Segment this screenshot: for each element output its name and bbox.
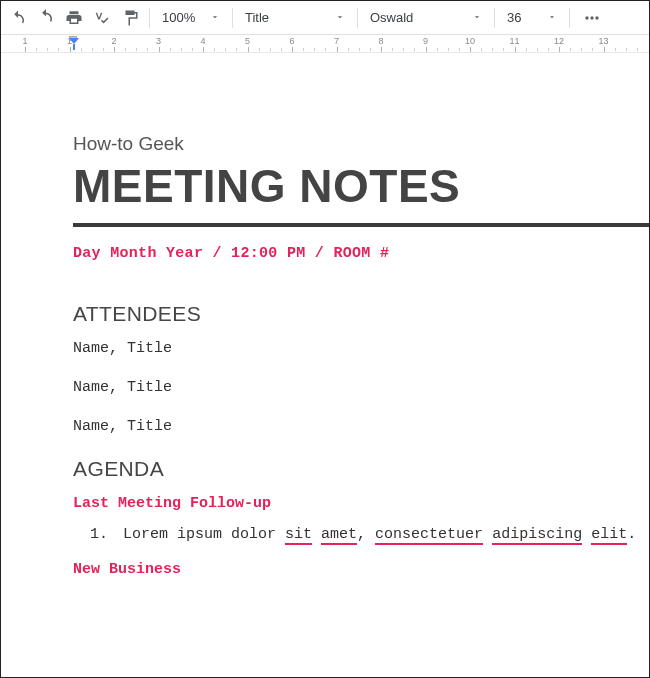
- redo-button[interactable]: [33, 5, 59, 31]
- meeting-meta-line[interactable]: Day Month Year / 12:00 PM / ROOM #: [73, 245, 649, 262]
- ruler-minor-tick: [459, 48, 460, 51]
- ruler-minor-tick: [503, 48, 504, 51]
- svg-point-2: [595, 16, 598, 19]
- ruler-minor-tick: [637, 48, 638, 51]
- chevron-down-icon: [335, 10, 345, 25]
- misspelled-word[interactable]: elit: [591, 526, 627, 545]
- zoom-value: 100%: [162, 10, 195, 25]
- misspelled-word[interactable]: adipiscing: [492, 526, 582, 545]
- ruler-minor-tick: [370, 48, 371, 51]
- ruler-minor-tick: [303, 48, 304, 51]
- agenda-subheading-last-meeting[interactable]: Last Meeting Follow-up: [73, 495, 649, 512]
- ruler-minor-tick: [214, 48, 215, 51]
- ruler-minor-tick: [626, 48, 627, 51]
- attendee-line[interactable]: Name, Title: [73, 340, 649, 357]
- ruler-minor-tick: [136, 48, 137, 51]
- ruler-minor-tick: [537, 48, 538, 51]
- misspelled-word[interactable]: amet: [321, 526, 357, 545]
- ruler-minor-tick: [570, 48, 571, 51]
- more-button[interactable]: [576, 5, 608, 31]
- agenda-list-item[interactable]: Lorem ipsum dolor sit amet, consectetuer…: [117, 526, 649, 543]
- undo-button[interactable]: [5, 5, 31, 31]
- ruler-tick: 11: [509, 35, 521, 46]
- text-run: .: [627, 526, 636, 543]
- ruler-minor-tick: [192, 48, 193, 51]
- text-run: [582, 526, 591, 543]
- agenda-list[interactable]: Lorem ipsum dolor sit amet, consectetuer…: [73, 526, 649, 543]
- font-size-value: 36: [507, 10, 521, 25]
- ruler-minor-tick: [392, 48, 393, 51]
- ruler-minor-tick: [270, 48, 271, 51]
- text-run: Lorem ipsum dolor: [123, 526, 285, 543]
- ruler-minor-tick: [314, 48, 315, 51]
- ruler-minor-tick: [281, 48, 282, 51]
- ruler-minor-tick: [548, 48, 549, 51]
- ruler-minor-tick: [225, 48, 226, 51]
- ruler-tick: 5: [242, 35, 254, 46]
- document-body[interactable]: How-to Geek MEETING NOTES Day Month Year…: [1, 53, 649, 578]
- ruler-tick: 4: [197, 35, 209, 46]
- chevron-down-icon: [210, 10, 220, 25]
- left-indent-marker[interactable]: [69, 38, 79, 50]
- ruler-minor-tick: [492, 48, 493, 51]
- font-size-select[interactable]: 36: [501, 5, 563, 31]
- attendee-line[interactable]: Name, Title: [73, 418, 649, 435]
- ruler-minor-tick: [359, 48, 360, 51]
- ruler-tick: 10: [464, 35, 476, 46]
- agenda-heading[interactable]: AGENDA: [73, 457, 649, 481]
- paint-format-button[interactable]: [117, 5, 143, 31]
- ruler-tick: 6: [286, 35, 298, 46]
- attendee-line[interactable]: Name, Title: [73, 379, 649, 396]
- ruler-minor-tick: [437, 48, 438, 51]
- text-run: [312, 526, 321, 543]
- misspelled-word[interactable]: sit: [285, 526, 312, 545]
- separator: [357, 8, 358, 28]
- text-run: [483, 526, 492, 543]
- horizontal-rule: [73, 223, 649, 227]
- chevron-down-icon: [472, 10, 482, 25]
- ruler-minor-tick: [403, 48, 404, 51]
- ruler-minor-tick: [170, 48, 171, 51]
- horizontal-ruler[interactable]: 112345678910111213: [1, 35, 649, 53]
- attendees-heading[interactable]: ATTENDEES: [73, 302, 649, 326]
- ruler-tick: 12: [553, 35, 565, 46]
- subtitle-text[interactable]: How-to Geek: [73, 133, 649, 155]
- print-button[interactable]: [61, 5, 87, 31]
- misspelled-word[interactable]: consectetuer: [375, 526, 483, 545]
- ruler-minor-tick: [414, 48, 415, 51]
- ruler-tick: 8: [375, 35, 387, 46]
- ruler-minor-tick: [348, 48, 349, 51]
- ruler-tick: 2: [108, 35, 120, 46]
- paragraph-style-value: Title: [245, 10, 269, 25]
- ruler-minor-tick: [526, 48, 527, 51]
- font-family-select[interactable]: Oswald: [364, 5, 488, 31]
- paragraph-style-select[interactable]: Title: [239, 5, 351, 31]
- svg-point-0: [585, 16, 588, 19]
- ruler-minor-tick: [58, 48, 59, 51]
- ruler-minor-tick: [481, 48, 482, 51]
- spellcheck-button[interactable]: [89, 5, 115, 31]
- ruler-minor-tick: [47, 48, 48, 51]
- separator: [494, 8, 495, 28]
- zoom-select[interactable]: 100%: [156, 5, 226, 31]
- svg-point-1: [590, 16, 593, 19]
- ruler-minor-tick: [36, 48, 37, 51]
- ruler-minor-tick: [615, 48, 616, 51]
- ruler-tick: 7: [331, 35, 343, 46]
- ruler-minor-tick: [81, 48, 82, 51]
- separator: [569, 8, 570, 28]
- ruler-tick: 13: [598, 35, 610, 46]
- separator: [232, 8, 233, 28]
- ruler-minor-tick: [103, 48, 104, 51]
- agenda-subheading-new-business[interactable]: New Business: [73, 561, 649, 578]
- ruler-minor-tick: [125, 48, 126, 51]
- ruler-minor-tick: [448, 48, 449, 51]
- ruler-minor-tick: [259, 48, 260, 51]
- document-page[interactable]: How-to Geek MEETING NOTES Day Month Year…: [1, 53, 649, 677]
- text-run: ,: [357, 526, 375, 543]
- ruler-tick: 1: [19, 35, 31, 46]
- title-text[interactable]: MEETING NOTES: [73, 159, 649, 213]
- ruler-minor-tick: [92, 48, 93, 51]
- ruler-minor-tick: [181, 48, 182, 51]
- ruler-minor-tick: [592, 48, 593, 51]
